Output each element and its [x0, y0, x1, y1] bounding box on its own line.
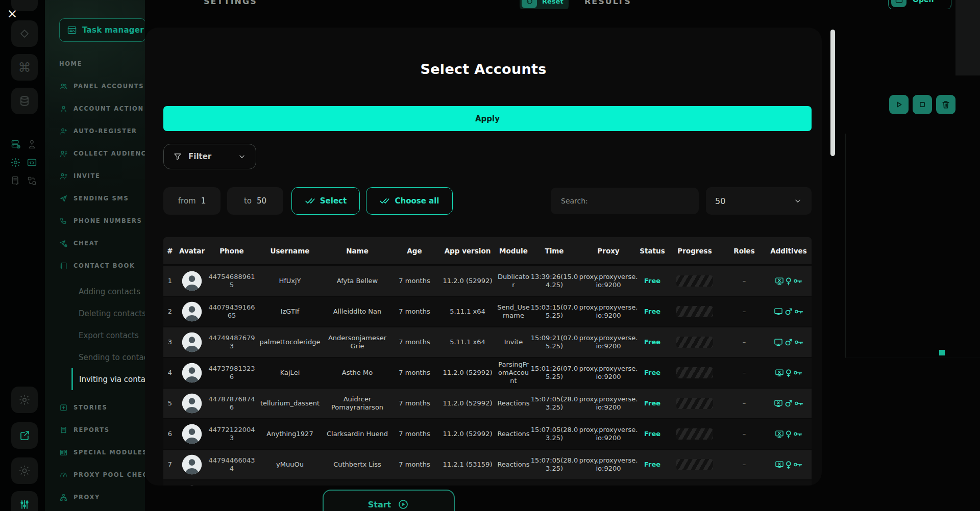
close-icon[interactable]: × — [0, 4, 24, 22]
cell-module: ParsingFromAccount — [497, 361, 530, 386]
table-row[interactable]: 4 447379813236KajLeiAsthe Mo7 months11.2… — [163, 358, 812, 389]
cell-avatar — [177, 454, 207, 475]
rail-button-brightness[interactable] — [11, 457, 38, 484]
nav-label: CONTACT BOOK — [74, 262, 135, 269]
cell-name: Asthe Mo — [324, 369, 391, 377]
reset-button[interactable]: Reset — [520, 0, 569, 9]
rail-mini-swap[interactable] — [27, 175, 37, 186]
table-row[interactable]: 5 447878768746tellurium_dassentAuidrcer … — [163, 389, 812, 419]
sidebar-item-reports[interactable]: REPORTS — [49, 419, 145, 441]
start-button[interactable]: Start — [323, 490, 455, 511]
stop-button[interactable] — [913, 95, 932, 114]
open-button[interactable]: Open — [888, 0, 951, 9]
rail-button-external-link[interactable] — [11, 422, 38, 449]
avatar — [181, 270, 203, 292]
open-label: Open — [913, 0, 934, 4]
sidebar-item-sending-sms[interactable]: SENDING SMS — [49, 187, 145, 210]
cell-proxy: proxy.proxyverse.io:9200 — [579, 365, 638, 381]
sidebar-item-proxy-pool-check[interactable]: PROXY POOL CHECK — [49, 464, 145, 486]
cell-app-version: 11.2.0 (52992) — [438, 277, 497, 285]
sidebar-item-phone-numbers[interactable]: PHONE NUMBERS — [49, 210, 145, 232]
cell-proxy: proxy.proxyverse.io:9200 — [579, 426, 638, 443]
cell-time: 15:09:21(07.05.25) — [530, 334, 579, 351]
progress-bar — [676, 275, 713, 287]
apply-button[interactable]: Apply — [163, 106, 812, 131]
rail-button-sliders[interactable] — [11, 491, 38, 511]
sidebar-item-home[interactable]: HOME — [49, 53, 145, 75]
play-button[interactable] — [889, 95, 909, 114]
rail-mini-code-window[interactable] — [27, 157, 37, 168]
table-row[interactable]: 3 447494876793palmettocoleridgeAndersonj… — [163, 327, 812, 358]
cell-name: Clarksardin Huend — [324, 430, 391, 438]
plane-plus-icon — [59, 239, 68, 248]
cell-proxy: proxy.proxyverse.io:9200 — [579, 456, 638, 473]
rail-mini-doc-check[interactable] — [10, 175, 21, 186]
rail-mini-id-card[interactable] — [27, 139, 37, 149]
reset-button-clip: Reset — [520, 0, 569, 9]
nav-label: ACCOUNT ACTION — [74, 105, 144, 112]
modal-scrollbar-thumb[interactable] — [830, 30, 835, 156]
cell-proxy: proxy.proxyverse.io:9200 — [579, 334, 638, 351]
choose-all-button[interactable]: Choose all — [366, 187, 453, 215]
submenu-item-deleting-contacts[interactable]: Deleting contacts — [71, 302, 145, 324]
sidebar-item-invite[interactable]: INVITE — [49, 165, 145, 187]
search-input[interactable] — [551, 188, 699, 214]
trash-button[interactable] — [936, 95, 955, 114]
submenu-item-sending-to-contacts[interactable]: Sending to contacts — [71, 346, 145, 368]
nav-label: AUTO-REGISTER — [74, 127, 137, 135]
table-row[interactable]: 7 447944660434yMuuOuCuthbertx Liss7 mont… — [163, 450, 812, 480]
submenu-item-inviting-via-contacts[interactable]: Inviting via contacts — [71, 368, 145, 390]
person-icon — [59, 105, 68, 113]
contact-book-submenu: Adding contactsDeleting contactsExport c… — [71, 280, 145, 390]
cell-username: Anything1927 — [256, 430, 324, 438]
table-row[interactable]: 1 447546889615HfUxjYAfyta Bellew7 months… — [163, 266, 812, 297]
column-header-time: Time — [530, 247, 579, 255]
rail-button-gear[interactable] — [11, 387, 38, 413]
app-window: ⌘ Task manager HOMEPANEL ACCOUNTSACCOUNT… — [0, 0, 980, 511]
rail-button-database[interactable] — [11, 88, 38, 114]
submenu-item-export-contacts[interactable]: Export contacts — [71, 324, 145, 346]
chevron-down-icon — [793, 196, 802, 206]
modal-title: Select Accounts — [145, 61, 822, 77]
rail-mini-server-check[interactable] — [10, 139, 21, 149]
from-input[interactable]: from 1 — [163, 187, 220, 215]
resize-handle[interactable] — [939, 350, 945, 355]
from-value: 1 — [201, 196, 206, 206]
sidebar-item-contact-book[interactable]: CONTACT BOOK — [49, 254, 145, 277]
sidebar-item-account-action[interactable]: ACCOUNT ACTION — [49, 97, 145, 120]
sidebar-item-special-modules[interactable]: SPECIAL MODULES — [49, 441, 145, 464]
to-input[interactable]: to 50 — [227, 187, 283, 215]
sidebar-item-collect-audience[interactable]: COLLECT AUDIENCE — [49, 142, 145, 165]
page-size-select[interactable]: 50 — [706, 187, 812, 215]
rail-button-command[interactable]: ⌘ — [11, 54, 38, 81]
sidebar-item-proxy[interactable]: PROXY — [49, 486, 145, 508]
settings-heading: SETTINGS — [204, 0, 260, 7]
external-link-icon — [18, 429, 31, 442]
sidebar-item-cheat[interactable]: CHEAT — [49, 232, 145, 254]
monitor-icon — [773, 337, 783, 347]
cell-name: Allleiddlto Nan — [324, 308, 391, 316]
cell-status: Free — [638, 430, 667, 438]
table-row[interactable]: 6 447721220043Anything1927Clarksardin Hu… — [163, 419, 812, 450]
avatar — [181, 454, 203, 475]
sidebar-item-stories[interactable]: STORIES — [49, 396, 145, 419]
key-icon — [793, 276, 803, 286]
select-button[interactable]: Select — [291, 187, 360, 215]
cell-roles: – — [723, 308, 766, 316]
sidebar-item-auto-register[interactable]: AUTO-REGISTER — [49, 120, 145, 142]
sidebar-item-panel-accounts[interactable]: PANEL ACCOUNTS — [49, 75, 145, 97]
filter-button[interactable]: Filter — [163, 144, 256, 169]
avatar — [181, 484, 203, 486]
rail-button-diamond[interactable] — [11, 20, 38, 47]
table-row[interactable]: 2 4407943916665IzGTIfAllleiddlto Nan7 mo… — [163, 297, 812, 327]
cell-avatar — [177, 362, 207, 384]
female-icon: ♀ — [786, 430, 792, 439]
rail-mini-gear[interactable] — [10, 157, 21, 168]
monitor-icon — [773, 306, 783, 317]
task-manager-button[interactable]: Task manager — [59, 18, 145, 42]
person-lines-icon — [59, 149, 68, 158]
key-icon — [794, 306, 804, 317]
column-header-progress: Progress — [667, 247, 723, 255]
table-row[interactable]: 8 44746650553unsaturationamaReactions15:… — [163, 480, 812, 486]
submenu-item-adding-contacts[interactable]: Adding contacts — [71, 280, 145, 302]
